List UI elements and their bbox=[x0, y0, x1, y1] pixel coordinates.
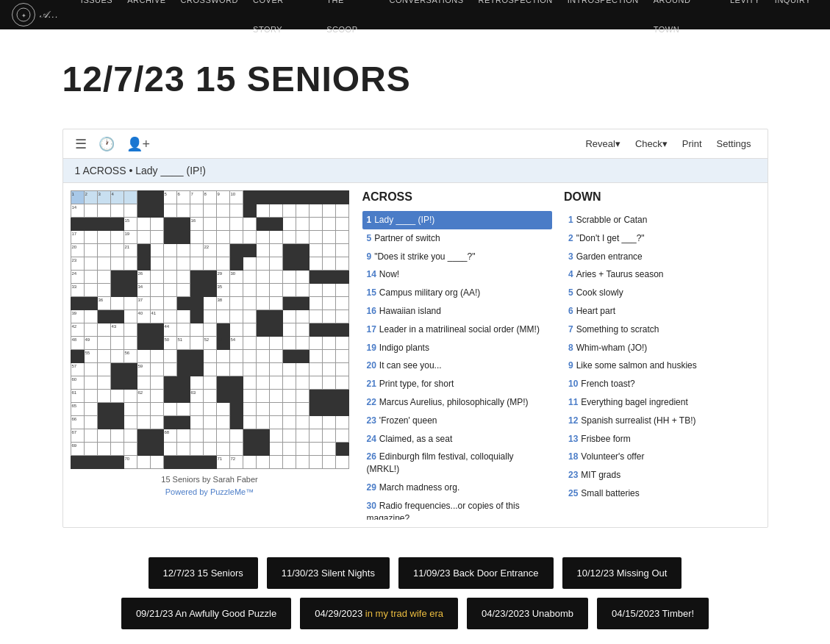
grid-cell[interactable] bbox=[110, 284, 124, 297]
grid-cell[interactable] bbox=[110, 218, 124, 231]
grid-cell[interactable] bbox=[137, 231, 150, 244]
grid-cell[interactable] bbox=[296, 257, 309, 271]
nav-link-cover-story[interactable]: COVER STORY bbox=[246, 0, 319, 44]
grid-cell[interactable] bbox=[229, 403, 243, 416]
grid-cell[interactable] bbox=[256, 376, 269, 390]
grid-cell[interactable] bbox=[163, 456, 176, 469]
grid-cell[interactable]: 57 bbox=[71, 363, 84, 376]
grid-cell[interactable] bbox=[203, 429, 216, 443]
grid-cell[interactable] bbox=[296, 363, 309, 376]
grid-cell[interactable]: 20 bbox=[71, 244, 84, 257]
grid-cell[interactable] bbox=[176, 218, 190, 231]
grid-cell[interactable]: 52 bbox=[203, 337, 216, 350]
grid-cell[interactable] bbox=[137, 204, 150, 218]
grid-cell[interactable] bbox=[256, 204, 269, 218]
grid-cell[interactable] bbox=[163, 271, 176, 284]
grid-cell[interactable] bbox=[176, 323, 190, 337]
grid-cell[interactable] bbox=[150, 376, 163, 390]
grid-cell[interactable] bbox=[124, 191, 137, 204]
grid-cell[interactable] bbox=[163, 403, 176, 416]
grid-cell[interactable] bbox=[243, 443, 256, 456]
grid-cell[interactable] bbox=[97, 376, 110, 390]
grid-cell[interactable] bbox=[190, 456, 203, 469]
grid-cell[interactable] bbox=[269, 271, 282, 284]
grid-cell[interactable] bbox=[163, 350, 176, 363]
grid-cell[interactable] bbox=[243, 191, 256, 204]
grid-cell[interactable] bbox=[124, 403, 137, 416]
grid-cell[interactable] bbox=[71, 456, 84, 469]
grid-cell[interactable] bbox=[216, 323, 229, 337]
grid-cell[interactable] bbox=[269, 456, 282, 469]
grid-cell[interactable]: 34 bbox=[137, 284, 150, 297]
grid-cell[interactable] bbox=[243, 231, 256, 244]
grid-cell[interactable]: 55 bbox=[84, 350, 97, 363]
grid-cell[interactable] bbox=[335, 231, 348, 244]
grid-cell[interactable] bbox=[110, 376, 124, 390]
grid-cell[interactable] bbox=[176, 350, 190, 363]
grid-cell[interactable] bbox=[269, 323, 282, 337]
grid-cell[interactable]: 42 bbox=[71, 323, 84, 337]
grid-cell[interactable] bbox=[190, 363, 203, 376]
grid-cell[interactable] bbox=[309, 456, 322, 469]
settings-button[interactable]: Settings bbox=[712, 135, 756, 152]
nav-link-conversations[interactable]: CONVERSATIONS bbox=[382, 0, 471, 44]
archive-link[interactable]: 12/7/23 15 Seniors bbox=[149, 557, 258, 589]
grid-cell[interactable] bbox=[243, 376, 256, 390]
grid-cell[interactable] bbox=[110, 231, 124, 244]
grid-cell[interactable] bbox=[243, 363, 256, 376]
grid-cell[interactable] bbox=[110, 310, 124, 323]
grid-cell[interactable] bbox=[216, 390, 229, 403]
grid-cell[interactable] bbox=[282, 323, 296, 337]
grid-cell[interactable] bbox=[256, 390, 269, 403]
grid-cell[interactable] bbox=[216, 376, 229, 390]
grid-cell[interactable] bbox=[243, 323, 256, 337]
down-clue-item[interactable]: 11Everything bagel ingredient bbox=[564, 393, 754, 412]
grid-cell[interactable] bbox=[282, 310, 296, 323]
grid-cell[interactable] bbox=[282, 337, 296, 350]
grid-cell[interactable] bbox=[203, 350, 216, 363]
check-button[interactable]: Check▾ bbox=[631, 135, 672, 152]
grid-cell[interactable]: 54 bbox=[229, 337, 243, 350]
grid-cell[interactable] bbox=[110, 244, 124, 257]
grid-cell[interactable] bbox=[335, 429, 348, 443]
grid-cell[interactable] bbox=[322, 363, 335, 376]
grid-cell[interactable] bbox=[110, 416, 124, 429]
grid-cell[interactable]: 4 bbox=[110, 191, 124, 204]
grid-cell[interactable] bbox=[243, 390, 256, 403]
menu-icon[interactable]: ☰ bbox=[75, 136, 87, 152]
grid-cell[interactable] bbox=[243, 284, 256, 297]
grid-cell[interactable] bbox=[110, 204, 124, 218]
grid-cell[interactable] bbox=[269, 191, 282, 204]
grid-cell[interactable] bbox=[97, 310, 110, 323]
grid-cell[interactable] bbox=[84, 257, 97, 271]
grid-cell[interactable] bbox=[137, 191, 150, 204]
grid-cell[interactable] bbox=[137, 416, 150, 429]
down-clue-item[interactable]: 2"Don't I get ___?" bbox=[564, 229, 754, 248]
grid-cell[interactable] bbox=[216, 416, 229, 429]
grid-cell[interactable] bbox=[163, 416, 176, 429]
grid-cell[interactable] bbox=[150, 403, 163, 416]
grid-cell[interactable]: 41 bbox=[150, 310, 163, 323]
archive-link[interactable]: 04/15/2023 Timber! bbox=[597, 598, 709, 629]
grid-cell[interactable] bbox=[296, 429, 309, 443]
crossword-grid[interactable]: 1234567891014151617192021222324262930333… bbox=[71, 190, 349, 469]
grid-cell[interactable]: 17 bbox=[71, 231, 84, 244]
grid-cell[interactable] bbox=[229, 363, 243, 376]
grid-cell[interactable] bbox=[216, 429, 229, 443]
across-clue-item[interactable]: 29March madness org. bbox=[362, 479, 553, 497]
grid-cell[interactable] bbox=[176, 443, 190, 456]
grid-cell[interactable] bbox=[296, 337, 309, 350]
grid-cell[interactable] bbox=[163, 218, 176, 231]
grid-cell[interactable] bbox=[309, 284, 322, 297]
grid-cell[interactable] bbox=[269, 363, 282, 376]
grid-cell[interactable]: 8 bbox=[203, 191, 216, 204]
grid-cell[interactable] bbox=[124, 310, 137, 323]
grid-cell[interactable] bbox=[84, 218, 97, 231]
reveal-button[interactable]: Reveal▾ bbox=[581, 135, 624, 152]
grid-cell[interactable] bbox=[309, 350, 322, 363]
grid-cell[interactable] bbox=[243, 218, 256, 231]
archive-link[interactable]: 11/30/23 Silent Nights bbox=[267, 557, 390, 589]
grid-cell[interactable]: 40 bbox=[137, 310, 150, 323]
grid-cell[interactable] bbox=[150, 218, 163, 231]
grid-cell[interactable] bbox=[176, 429, 190, 443]
